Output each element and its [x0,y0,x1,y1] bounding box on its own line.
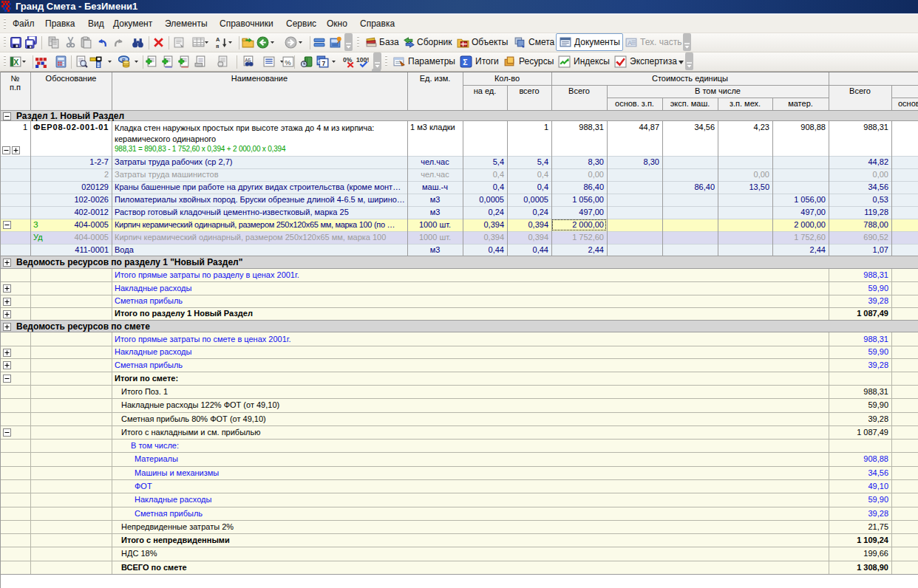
svg-text:A: A [628,39,632,47]
svg-text:X: X [13,58,18,66]
svg-text:0%: 0% [343,56,353,64]
svg-text:%: % [285,58,291,66]
svg-text:я: я [216,43,219,49]
svg-text:АБ: АБ [245,58,251,63]
svg-text:Σ: Σ [463,58,468,66]
svg-text:7: 7 [322,60,325,67]
